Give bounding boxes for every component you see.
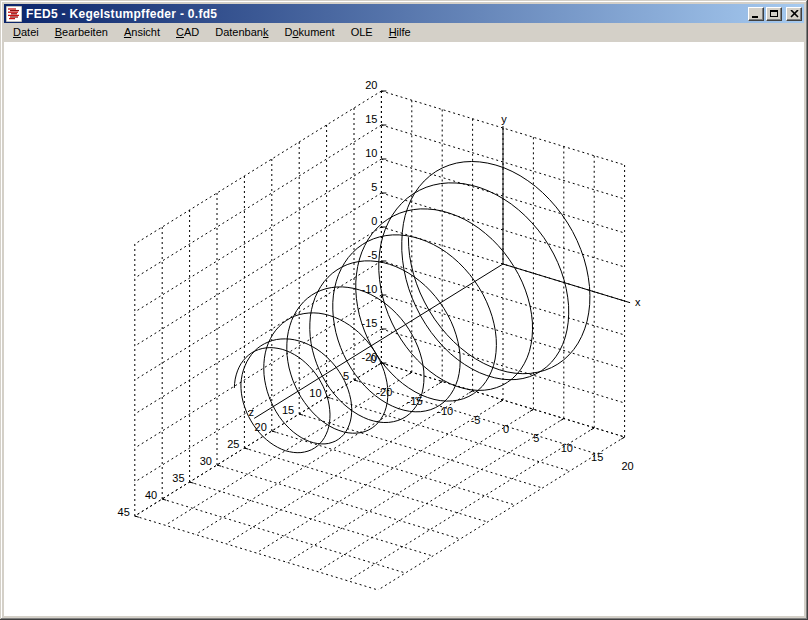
app-icon [6,6,22,22]
menu-hilfe[interactable]: Hilfe [381,23,419,42]
close-icon [790,10,799,18]
svg-text:30: 30 [200,455,212,467]
svg-text:-5: -5 [471,414,481,426]
svg-text:x: x [635,296,641,308]
svg-text:-15: -15 [361,317,377,329]
svg-text:0: 0 [503,423,509,435]
svg-text:15: 15 [591,451,603,463]
title-bar[interactable]: FED5 - Kegelstumpffeder - 0.fd5 [4,4,804,23]
svg-text:z: z [248,406,254,418]
svg-text:0: 0 [370,353,376,365]
svg-text:0: 0 [371,215,377,227]
svg-text:-20: -20 [376,386,392,398]
menu-ole[interactable]: OLE [343,23,381,42]
svg-text:-10: -10 [361,283,377,295]
spring-3d-plot: 20151050-5-10-15-20051015202530354045-20… [4,42,804,616]
tick-labels: 20151050-5-10-15-20051015202530354045-20… [118,79,642,518]
menu-bearbeiten[interactable]: Bearbeiten [47,23,116,42]
menu-datei[interactable]: Datei [5,23,47,42]
menu-dokument[interactable]: Dokument [276,23,342,42]
menu-bar: DateiBearbeitenAnsichtCADDatenbankDokume… [4,23,804,42]
svg-text:5: 5 [371,181,377,193]
svg-text:10: 10 [365,147,377,159]
svg-text:45: 45 [118,506,130,518]
svg-text:-15: -15 [407,395,423,407]
svg-text:y: y [501,113,507,125]
menu-cad[interactable]: CAD [168,23,207,42]
svg-text:5: 5 [533,432,539,444]
svg-text:10: 10 [309,387,321,399]
menu-datenbank[interactable]: Datenbank [207,23,276,42]
window-title: FED5 - Kegelstumpffeder - 0.fd5 [26,7,746,21]
minimize-button[interactable] [748,7,764,21]
drawing-area: 20151050-5-10-15-20051015202530354045-20… [4,42,804,616]
svg-text:40: 40 [145,489,157,501]
svg-text:20: 20 [255,421,267,433]
menu-ansicht[interactable]: Ansicht [116,23,168,42]
svg-text:35: 35 [172,472,184,484]
maximize-button[interactable] [766,7,782,21]
svg-text:25: 25 [227,438,239,450]
tick-marks [135,91,625,517]
svg-text:15: 15 [365,113,377,125]
svg-text:10: 10 [561,442,573,454]
maximize-icon [770,10,778,17]
svg-text:20: 20 [621,460,633,472]
svg-text:5: 5 [343,370,349,382]
svg-text:-5: -5 [368,249,378,261]
minimize-icon [752,16,758,18]
close-button[interactable] [786,7,802,21]
svg-text:20: 20 [365,79,377,91]
svg-text:-10: -10 [437,405,453,417]
application-window: FED5 - Kegelstumpffeder - 0.fd5 DateiBea… [0,0,808,620]
svg-text:15: 15 [282,404,294,416]
